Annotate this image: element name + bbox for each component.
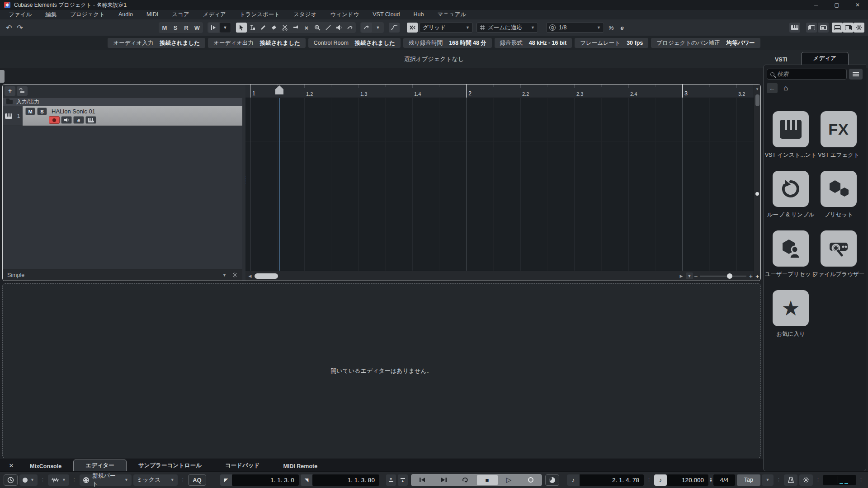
home-button[interactable]: ⌂ (780, 83, 791, 93)
menu-transport[interactable]: トランスポート (233, 10, 287, 19)
tap-tempo-button[interactable]: Tap (737, 474, 760, 486)
tile-loops-samples[interactable]: ループ & サンプル (768, 171, 813, 219)
select-tool-button[interactable] (236, 23, 247, 33)
track-view-preset-label[interactable]: Simple (7, 272, 24, 278)
swing-button[interactable]: % (606, 23, 617, 33)
write-automation-button[interactable]: W (192, 23, 203, 33)
lower-zone-toggle-button[interactable] (832, 23, 843, 33)
draw-tool-button[interactable] (258, 23, 269, 33)
solo-all-button[interactable]: S (170, 23, 181, 33)
scroll-right-arrow[interactable]: ▶ (678, 272, 685, 280)
record-enable-button[interactable] (49, 116, 60, 124)
track-list-empty-area[interactable] (3, 126, 242, 269)
time-format-icon-button[interactable]: ♪ (567, 474, 580, 486)
track-preset-button[interactable] (17, 86, 28, 96)
position-display[interactable]: 2. 1. 4. 78 (580, 474, 644, 486)
left-locator-flag-icon[interactable]: ◤ (220, 474, 232, 486)
project-cursor-handle[interactable] (275, 85, 283, 94)
list-view-button[interactable] (849, 69, 863, 80)
menu-score[interactable]: スコア (165, 10, 196, 19)
tile-vst-instruments[interactable]: VST インスト...ント (768, 111, 813, 159)
add-track-button[interactable]: + (5, 86, 15, 96)
transport-settings-button[interactable] (799, 474, 813, 486)
record-mode-selector[interactable]: ▼ (19, 474, 38, 486)
horizontal-scroll-thumb[interactable] (255, 273, 278, 279)
close-button[interactable]: ✕ (847, 0, 868, 10)
midi-insert-mode-selector[interactable]: 新規パート ▼ (80, 474, 132, 486)
tab-midi-remote[interactable]: MIDI Remote (271, 461, 329, 471)
time-display-format-button[interactable] (4, 474, 18, 486)
snap-button[interactable] (407, 23, 418, 33)
range-tool-button[interactable] (247, 23, 258, 33)
tile-file-browser[interactable]: ファイルブラウザー (816, 230, 861, 278)
back-button[interactable]: ← (767, 83, 778, 93)
track-mute-button[interactable]: M (25, 108, 35, 115)
control-room-chip[interactable]: Control Room接続されました (308, 38, 401, 48)
play-button[interactable]: ▷ (499, 475, 519, 485)
timeline-ruler[interactable]: 11.21.31.422.22.32.433.2 (245, 84, 754, 98)
track-view-dropdown[interactable]: ▼ (222, 273, 226, 277)
instrument-track-row[interactable]: 1 M S HALion Sonic 01 e (3, 106, 242, 126)
time-signature-display[interactable]: 4/4 (713, 474, 735, 486)
redo-button[interactable]: ↷ (14, 23, 25, 33)
menu-hub[interactable]: Hub (407, 10, 431, 19)
go-to-end-button[interactable] (434, 475, 454, 485)
pan-law-chip[interactable]: プロジェクトのパン補正均等パワー (651, 38, 760, 48)
autoscroll-dropdown[interactable]: ▼ (220, 23, 231, 33)
menu-vst-cloud[interactable]: VST Cloud (366, 10, 406, 19)
vertical-zoom-in-button[interactable]: + (755, 273, 759, 280)
close-lower-zone-button[interactable]: ✕ (5, 462, 18, 471)
right-locator-flag-icon[interactable]: ◥ (301, 474, 312, 486)
tempo-track-button[interactable]: ♪ (654, 474, 667, 486)
tempo-stepper[interactable]: ▲▼ (708, 477, 713, 483)
tile-vst-effects[interactable]: FX VST エフェクト (816, 111, 861, 159)
menu-midi[interactable]: MIDI (140, 10, 165, 19)
zoom-preset-dropdown[interactable]: ▼ (686, 272, 693, 279)
cycle-button[interactable] (455, 475, 476, 485)
autoscroll-button[interactable] (208, 23, 219, 33)
menu-window[interactable]: ウィンドウ (323, 10, 366, 19)
menu-audio[interactable]: Audio (112, 10, 140, 19)
split-tool-button[interactable] (279, 23, 290, 33)
tempo-dropdown[interactable]: ▼ (762, 474, 774, 486)
tab-mixconsole[interactable]: MixConsole (18, 461, 73, 471)
menu-project[interactable]: プロジェクト (63, 10, 112, 19)
track-name[interactable]: HALion Sonic 01 (52, 108, 95, 115)
right-locator-display[interactable]: 1. 1. 3. 80 (312, 474, 379, 486)
grid-zoom-select[interactable]: ズームに適応▼ (476, 23, 538, 33)
punch-out-button[interactable]: ▲ (398, 474, 408, 486)
tab-sampler-control[interactable]: サンプラーコントロール (127, 460, 213, 471)
tile-presets[interactable]: プリセット (816, 171, 861, 219)
menu-manual[interactable]: マニュアル (430, 10, 473, 19)
grid-type-select[interactable]: グリッド▼ (420, 23, 473, 33)
quantize-select[interactable]: Q 1/8▼ (546, 23, 604, 33)
tab-editor[interactable]: エディター (73, 460, 127, 471)
scroll-left-arrow[interactable]: ◀ (246, 272, 254, 280)
line-tool-button[interactable] (323, 23, 334, 33)
zoom-slider-thumb[interactable] (727, 273, 732, 279)
erase-tool-button[interactable] (269, 23, 279, 33)
go-to-start-button[interactable] (412, 475, 433, 485)
audio-record-mode-selector[interactable]: ▼ (48, 474, 69, 486)
midi-mix-mode-selector[interactable]: ミックス ▼ (133, 474, 178, 486)
track-view-settings-icon[interactable] (232, 272, 238, 278)
right-zone-toggle-button[interactable] (843, 23, 854, 33)
record-button[interactable] (520, 475, 541, 485)
undo-button[interactable]: ↶ (4, 23, 14, 33)
zoom-in-icon[interactable]: + (749, 272, 753, 280)
menu-studio[interactable]: スタジオ (287, 10, 323, 19)
media-search-input[interactable]: 検索 (767, 69, 847, 80)
record-time-chip[interactable]: 残り録音時間168 時間 48 分 (403, 38, 492, 48)
monitor-button[interactable] (61, 116, 72, 124)
frame-rate-chip[interactable]: フレームレート30 fps (575, 38, 648, 48)
performance-meter[interactable] (823, 475, 856, 485)
color-menu-dropdown[interactable]: ▼ (373, 23, 383, 33)
left-zone-toggle-button[interactable] (818, 23, 829, 33)
scroll-up-arrow[interactable]: ▼ (754, 85, 761, 93)
zoom-tool-button[interactable] (312, 23, 323, 33)
scrub-tool-button[interactable] (344, 23, 355, 33)
maximize-button[interactable]: ▢ (826, 0, 847, 10)
track-solo-button[interactable]: S (37, 108, 47, 115)
glue-tool-button[interactable] (290, 23, 301, 33)
left-zone-handle[interactable] (0, 70, 5, 83)
